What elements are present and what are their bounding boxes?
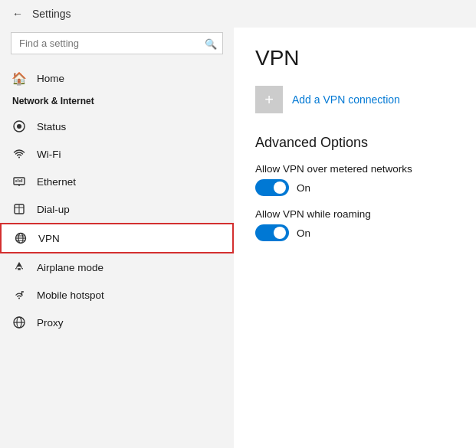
svg-point-1 xyxy=(17,124,21,129)
home-label: Home xyxy=(37,73,64,84)
toggle-metered-track xyxy=(255,179,289,196)
toggle-metered-row: On xyxy=(255,179,455,196)
search-box: 🔍 xyxy=(11,32,223,54)
airplane-icon xyxy=(12,260,26,274)
wifi-icon xyxy=(12,147,26,161)
toggle-roaming-thumb xyxy=(274,227,286,239)
status-icon xyxy=(12,119,26,133)
toggle-roaming-state: On xyxy=(297,227,310,239)
toggle-roaming-track xyxy=(255,224,289,241)
title-bar: ← Settings xyxy=(0,0,476,28)
sidebar-item-dialup[interactable]: Dial-up xyxy=(0,195,234,223)
sidebar-item-wifi[interactable]: Wi-Fi xyxy=(0,140,234,168)
ethernet-icon xyxy=(12,175,26,188)
sidebar-item-proxy-label: Proxy xyxy=(37,317,64,329)
search-icon: 🔍 xyxy=(205,38,217,49)
search-input[interactable] xyxy=(11,32,223,54)
sidebar-item-hotspot[interactable]: Mobile hotspot xyxy=(0,281,234,309)
sidebar-item-dialup-label: Dial-up xyxy=(37,204,70,215)
sidebar-item-vpn-label: VPN xyxy=(38,233,60,244)
toggle-roaming[interactable] xyxy=(255,224,289,241)
back-button[interactable]: ← xyxy=(12,8,23,20)
content-panel: VPN + Add a VPN connection Advanced Opti… xyxy=(234,28,476,448)
plus-icon: + xyxy=(264,91,274,109)
vpn-icon xyxy=(14,231,28,245)
toggle-metered[interactable] xyxy=(255,179,289,196)
advanced-options-title: Advanced Options xyxy=(255,135,455,151)
option-roaming-label: Allow VPN while roaming xyxy=(255,208,455,220)
sidebar-item-airplane[interactable]: Airplane mode xyxy=(0,253,234,281)
home-icon: 🏠 xyxy=(12,71,26,85)
sidebar-item-home[interactable]: 🏠 Home xyxy=(0,64,234,93)
svg-rect-2 xyxy=(14,178,25,185)
sidebar-item-ethernet[interactable]: Ethernet xyxy=(0,168,234,195)
dialup-icon xyxy=(12,202,26,216)
option-metered-label: Allow VPN over metered networks xyxy=(255,163,455,175)
add-vpn-button[interactable]: + Add a VPN connection xyxy=(255,86,455,113)
sidebar-item-proxy[interactable]: Proxy xyxy=(0,309,234,336)
sidebar-item-wifi-label: Wi-Fi xyxy=(37,149,61,160)
sidebar-item-status[interactable]: Status xyxy=(0,113,234,140)
app-title: Settings xyxy=(32,8,71,20)
option-roaming: Allow VPN while roaming On xyxy=(255,208,455,241)
sidebar-item-ethernet-label: Ethernet xyxy=(37,176,76,188)
toggle-metered-state: On xyxy=(297,182,310,194)
page-title: VPN xyxy=(255,46,455,70)
proxy-icon xyxy=(12,316,26,329)
section-label: Network & Internet xyxy=(0,93,234,113)
sidebar-item-vpn[interactable]: VPN xyxy=(0,223,234,253)
sidebar-item-hotspot-label: Mobile hotspot xyxy=(37,289,104,301)
sidebar: 🔍 🏠 Home Network & Internet Status xyxy=(0,28,234,448)
hotspot-icon xyxy=(12,288,26,302)
main-layout: 🔍 🏠 Home Network & Internet Status xyxy=(0,28,476,448)
toggle-metered-thumb xyxy=(274,181,286,194)
toggle-roaming-row: On xyxy=(255,224,455,241)
add-vpn-icon: + xyxy=(255,86,283,113)
sidebar-item-status-label: Status xyxy=(37,121,66,132)
add-vpn-label: Add a VPN connection xyxy=(292,93,400,106)
sidebar-item-airplane-label: Airplane mode xyxy=(37,262,103,273)
option-metered: Allow VPN over metered networks On xyxy=(255,163,455,196)
